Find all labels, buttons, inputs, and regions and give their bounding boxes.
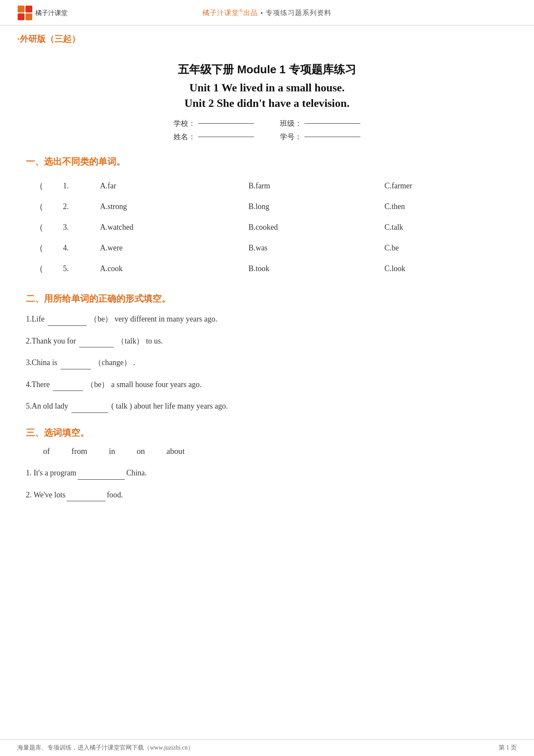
mc-option-b: B.farm	[248, 175, 385, 196]
logo-text: 橘子汁课堂	[35, 9, 68, 17]
studentid-field: 学号：	[280, 132, 360, 142]
word-bank-item: about	[167, 447, 185, 456]
name-field: 姓名：	[174, 132, 254, 142]
info-row-1: 学校： 班级：	[174, 119, 360, 128]
fill-blank-list: 1.Life （be） very different in many years…	[26, 312, 508, 413]
worksheet-title-block: 五年级下册 Module 1 专项题库练习 Unit 1 We lived in…	[26, 62, 508, 110]
section1-heading: 一、选出不同类的单词。	[26, 156, 508, 168]
section3-heading: 三、选词填空。	[26, 427, 508, 439]
svg-rect-3	[25, 13, 32, 20]
mc-open-bracket: （	[26, 258, 44, 279]
text-after: to us.	[146, 337, 163, 345]
mc-number: 4.	[63, 237, 100, 258]
mc-answer-blank[interactable]	[44, 196, 63, 217]
worksheet-title-cn: 五年级下册 Module 1 专项题库练习	[26, 62, 508, 77]
mc-option-b: B.took	[248, 258, 385, 279]
hint: （be）	[86, 380, 109, 389]
edition-label: ·外研版（三起）	[17, 34, 80, 44]
studentid-input-line[interactable]	[304, 137, 360, 137]
text-after: a small house four years ago.	[111, 380, 202, 389]
class-input-line[interactable]	[304, 123, 360, 124]
header-title-part1: 橘子汁课堂	[202, 9, 239, 17]
mc-number: 5.	[63, 258, 100, 279]
answer-blank[interactable]	[79, 347, 114, 347]
fill-blank-item: 1.Life （be） very different in many years…	[26, 312, 508, 326]
p3-text-after: China.	[126, 469, 147, 477]
school-input-line[interactable]	[198, 123, 254, 124]
footer: 海量题库、专项训练，进入橘子汁课堂官网下载（www.juzizhi.cn） 第 …	[0, 739, 534, 756]
mc-answer-blank[interactable]	[44, 217, 63, 237]
name-label: 姓名：	[174, 132, 196, 142]
footer-right-text: 第 1 页	[499, 744, 517, 752]
part3-fill-blank-item: 2. We've lotsfood.	[26, 488, 508, 502]
class-field: 班级：	[280, 119, 360, 128]
mc-row: （ 1. A.far B.farm C.farmer	[26, 175, 508, 196]
p3-answer-blank[interactable]	[78, 479, 125, 480]
word-bank-item: in	[109, 447, 115, 456]
fill-blank-item: 4.There （be） a small house four years ag…	[26, 378, 508, 391]
svg-rect-2	[18, 13, 25, 20]
text-before: 2.Thank you for	[26, 337, 76, 345]
header-separator: •	[261, 9, 264, 17]
hint: （change）	[94, 358, 131, 367]
mc-table: （ 1. A.far B.farm C.farmer （ 2. A.strong…	[26, 175, 508, 279]
fill-blank-item: 3.China is （change） .	[26, 356, 508, 369]
header-title: 橘子汁课堂®出品•专项练习题系列资料	[202, 8, 332, 18]
mc-open-bracket: （	[26, 175, 44, 196]
mc-option-b: B.long	[248, 196, 385, 217]
svg-rect-0	[18, 6, 25, 12]
section2-heading: 二、用所给单词的正确的形式填空。	[26, 293, 508, 305]
header-title-part2: 出品	[243, 9, 258, 17]
answer-blank[interactable]	[61, 369, 91, 369]
word-bank: offrominonabout	[26, 447, 508, 456]
info-row-2: 姓名： 学号：	[174, 132, 360, 142]
page-wrapper: 橘子汁课堂 橘子汁课堂®出品•专项练习题系列资料 ·外研版（三起） 五年级下册 …	[0, 0, 534, 756]
part3-fill-blank-item: 1. It's a programChina.	[26, 466, 508, 480]
worksheet-title-en1: Unit 1 We lived in a small house.	[26, 81, 508, 94]
mc-option-a: A.strong	[100, 196, 248, 217]
class-label: 班级：	[280, 119, 302, 128]
mc-option-c: C.be	[385, 237, 508, 258]
answer-blank[interactable]	[48, 325, 87, 326]
header-title-part3: 专项练习题系列资料	[266, 9, 332, 17]
mc-answer-blank[interactable]	[44, 237, 63, 258]
hint: （talk）	[117, 337, 144, 345]
p3-text-after: food.	[107, 490, 123, 499]
mc-option-c: C.look	[385, 258, 508, 279]
fill-blank-item: 5.An old lady ( talk ) about her life ma…	[26, 400, 508, 413]
p3-answer-blank[interactable]	[67, 501, 106, 501]
mc-option-a: A.watched	[100, 217, 248, 237]
header: 橘子汁课堂 橘子汁课堂®出品•专项练习题系列资料	[0, 0, 534, 25]
mc-row: （ 2. A.strong B.long C.then	[26, 196, 508, 217]
text-before: 1.Life	[26, 315, 44, 323]
word-bank-item: on	[137, 447, 145, 456]
school-field: 学校：	[174, 119, 254, 128]
sub-header: ·外研版（三起）	[0, 25, 534, 45]
hint: ( talk )	[112, 402, 132, 410]
text-before: 5.An old lady	[26, 402, 68, 410]
mc-number: 1.	[63, 175, 100, 196]
text-before: 3.China is	[26, 358, 57, 367]
mc-option-a: A.far	[100, 175, 248, 196]
mc-option-b: B.was	[248, 237, 385, 258]
answer-blank[interactable]	[71, 412, 108, 413]
mc-open-bracket: （	[26, 217, 44, 237]
mc-open-bracket: （	[26, 196, 44, 217]
mc-row: （ 3. A.watched B.cooked C.talk	[26, 217, 508, 237]
header-copyright: ®	[239, 8, 243, 14]
name-input-line[interactable]	[198, 137, 254, 137]
mc-answer-blank[interactable]	[44, 258, 63, 279]
mc-row: （ 5. A.cook B.took C.look	[26, 258, 508, 279]
worksheet-title-en2: Unit 2 She didn't have a television.	[26, 97, 508, 110]
mc-number: 2.	[63, 196, 100, 217]
mc-number: 3.	[63, 217, 100, 237]
mc-option-a: A.cook	[100, 258, 248, 279]
mc-answer-blank[interactable]	[44, 175, 63, 196]
mc-option-c: C.farmer	[385, 175, 508, 196]
p3-text-before: 2. We've lots	[26, 490, 65, 499]
mc-option-a: A.were	[100, 237, 248, 258]
answer-blank[interactable]	[53, 390, 83, 391]
footer-left-text: 海量题库、专项训练，进入橘子汁课堂官网下载（www.juzizhi.cn）	[17, 744, 194, 752]
mc-open-bracket: （	[26, 237, 44, 258]
school-label: 学校：	[174, 119, 196, 128]
